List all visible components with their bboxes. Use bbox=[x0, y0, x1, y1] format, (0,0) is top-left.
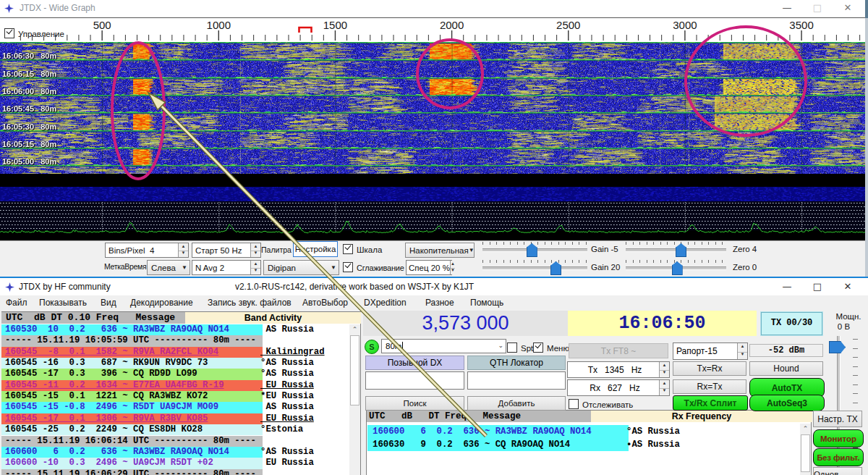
decode-row[interactable]: 160530 10 0.2 636 ~ RA3WBZ RA9OAQ NO14 A… bbox=[1, 324, 349, 335]
palette-settings-button[interactable]: Настройка bbox=[293, 241, 338, 257]
utc-clock: 16:06:50 bbox=[568, 311, 757, 336]
monitor-button[interactable]: Монитор bbox=[813, 429, 864, 447]
rx-freq-spinbox[interactable]: Rx 627 Hz ▲▼ bbox=[567, 379, 670, 396]
decode-row[interactable]: 160545 -17 0.3 396 ~ CQ RD9D LO99°AS Rus… bbox=[1, 369, 349, 379]
s-meter-button[interactable]: S bbox=[365, 340, 379, 354]
menu-8[interactable]: Разное bbox=[425, 298, 454, 308]
waterfall-timestamp: 16:05:15 80m bbox=[2, 140, 56, 148]
accumulate-dropdown[interactable]: Накопительная ▼ bbox=[405, 243, 475, 258]
main-titlebar: JTDX by HF community v2.1.0-RUS-rc142, d… bbox=[0, 278, 868, 295]
menu-5[interactable]: Запись звук. файлов bbox=[208, 298, 292, 308]
svg-text:3500: 3500 bbox=[789, 19, 813, 31]
wide-graph-controls: Bins/Pixel 4 ▲▼ Старт 50 Hz ▲▼ Палитра Н… bbox=[0, 240, 868, 276]
bins-pixel-text: Bins/Pixel 4 bbox=[106, 246, 178, 255]
band-selector[interactable]: 80m ⌄ bbox=[381, 339, 506, 353]
dx-grid-input[interactable] bbox=[467, 371, 566, 390]
decode-message: 160530 10 0.2 636 ~ RA3WBZ RA9OAQ NO14 bbox=[1, 324, 263, 335]
spin-arrows-icon[interactable]: ▲▼ bbox=[250, 243, 260, 257]
decode-row[interactable]: 160545 -25 0.2 2249 ~ CQ ES8DH KO28°Esto… bbox=[1, 424, 349, 435]
spin-arrows-icon[interactable]: ▲▼ bbox=[659, 380, 669, 395]
mw-minimize-button[interactable]: — bbox=[780, 280, 793, 293]
spin-arrows-icon[interactable]: ▲▼ bbox=[659, 362, 669, 377]
track-checkbox[interactable]: Отслеживать bbox=[569, 398, 633, 411]
decode-country: EU Russia bbox=[260, 380, 314, 391]
tx-freq-spinbox[interactable]: Tx 1345 Hz ▲▼ bbox=[567, 361, 670, 378]
period-separator-row[interactable]: ----- 15.11.19 16:06:14 UTC ---------- 8… bbox=[1, 436, 349, 447]
scroll-up-icon[interactable]: ⌃ bbox=[349, 324, 360, 335]
navg-spinbox[interactable]: N Avg 2 ▲▼ bbox=[192, 260, 261, 275]
wg-minimize-button[interactable]: — bbox=[780, 1, 793, 14]
report-spinbox[interactable]: Рапорт-15 ▲▼ bbox=[673, 342, 748, 360]
mw-maximize-button[interactable]: □ bbox=[811, 280, 824, 293]
bins-pixel-spinbox[interactable]: Bins/Pixel 4 ▲▼ bbox=[105, 243, 189, 258]
slider-track[interactable] bbox=[482, 266, 587, 270]
spec-spinbox[interactable]: Спец 20 % ▲▼ bbox=[406, 260, 452, 275]
decode-country: °AS Russia bbox=[260, 369, 314, 379]
menu-9[interactable]: Помощь bbox=[470, 298, 503, 308]
dx-call-input[interactable] bbox=[365, 371, 464, 390]
menu-3[interactable]: Вид bbox=[101, 298, 116, 308]
decode-row[interactable]: 160545 -16 0.3 687 ~ RK9UN RV9DC 73°AS R… bbox=[1, 358, 349, 369]
period-separator-row[interactable]: ----- 15.11.19 16:06:29 UTC ---------- 8… bbox=[1, 469, 349, 475]
palette-name-dropdown[interactable]: Digipan ▼ bbox=[263, 260, 339, 275]
decode-row[interactable]: 160545 -15 -0.8 2496 ~ R5DT UA9CJM MO09 … bbox=[1, 402, 349, 413]
band-activity-scrollbar[interactable]: ⌃ bbox=[349, 324, 360, 475]
scale-checkbox[interactable]: Шкала bbox=[343, 244, 382, 254]
decode-message: 160545 -15 -0.8 2496 ~ R5DT UA9CJM MO09 bbox=[1, 402, 263, 413]
dx-call-button[interactable]: Позывной DX bbox=[365, 356, 464, 370]
spin-arrows-icon[interactable]: ▲▼ bbox=[178, 243, 188, 257]
split-button[interactable]: Tx/Rx Сплит bbox=[673, 395, 748, 411]
menu-4[interactable]: Декодирование bbox=[130, 298, 193, 308]
menu-2[interactable]: Показывать bbox=[39, 298, 87, 308]
menu-1[interactable]: Файл bbox=[6, 298, 27, 308]
tx-ft8-button[interactable]: Tx FT8 ~ bbox=[569, 343, 668, 358]
spec-text: Спец 20 % bbox=[407, 264, 450, 272]
menu-checkbox[interactable]: Меню bbox=[533, 341, 569, 354]
decode-row[interactable]: 160545 -8 0.1 1582 ~ R9VA RA2FCL KO04 Ka… bbox=[1, 347, 349, 358]
start-freq-spinbox[interactable]: Старт 50 Hz ▲▼ bbox=[192, 243, 261, 258]
spin-arrows-icon[interactable]: ▲▼ bbox=[450, 261, 455, 274]
waterfall-timestamp: 16:06:15 80m bbox=[2, 70, 56, 78]
spin-arrows-icon[interactable]: ▲▼ bbox=[737, 343, 747, 359]
add-button[interactable]: Добавить bbox=[467, 396, 566, 411]
wg-close-button[interactable]: ✕ bbox=[841, 1, 854, 14]
rx-frequency-scrollbar[interactable]: ⌃ bbox=[800, 424, 811, 475]
search-button[interactable]: Поиск bbox=[365, 396, 464, 411]
decode-row[interactable]: 160600 6 0.2 636 ~ RA3WBZ RA9OAQ NO14°AS… bbox=[1, 447, 349, 458]
nofilter-button[interactable]: Без фильт. bbox=[813, 448, 864, 466]
rx-eq-tx-button[interactable]: Rx=Tx bbox=[673, 379, 746, 394]
tx-eq-rx-button[interactable]: Tx=Rx bbox=[673, 361, 746, 376]
menu-7[interactable]: DXpedition bbox=[364, 298, 407, 308]
scale-checkbox-label: Шкала bbox=[357, 245, 382, 254]
tx-freq-text: Tx 1345 Hz bbox=[568, 365, 659, 375]
menu-6[interactable]: АвтоВыбор bbox=[302, 298, 348, 308]
spt-checkbox[interactable]: Spt bbox=[507, 341, 533, 354]
autoseq-button[interactable]: AutoSeq3 bbox=[749, 395, 825, 411]
wg-maximize-button[interactable]: □ bbox=[811, 1, 824, 14]
decode-message: 160545 -8 0.1 1582 ~ R9VA RA2FCL KO04 bbox=[1, 347, 263, 358]
waterfall-spectrum-display[interactable] bbox=[0, 42, 868, 240]
rx-freq-text: Rx 627 Hz bbox=[568, 383, 659, 393]
power-slider-handle[interactable] bbox=[829, 341, 846, 353]
tx-timer-button[interactable]: TX 00/30 bbox=[761, 312, 822, 335]
mw-close-button[interactable]: ✕ bbox=[841, 280, 854, 293]
period-separator-row[interactable]: ----- 15.11.19 16:05:59 UTC ---------- 8… bbox=[1, 335, 349, 346]
power-value: 0 В bbox=[832, 322, 856, 331]
decode-row[interactable]: 160545 -15 0.1 1221 ~ CQ RA3WBZ KO72*EU … bbox=[1, 391, 349, 402]
smooth-checkbox[interactable]: Сглаживание bbox=[343, 262, 404, 272]
decode-row[interactable]: 160545 -17 0.1 1306 ~ R9VA R3BV KO85 EU … bbox=[1, 413, 349, 424]
scrollbar-thumb[interactable] bbox=[350, 335, 359, 405]
decode-row[interactable]: 160600 -10 0.3 2496 ~ UA9CJM R5DT +02 EU… bbox=[1, 458, 349, 468]
single-qso-button[interactable]: Однов. QSO bbox=[813, 467, 862, 475]
decode-row[interactable]: 160600 6 0.2 636 ~ RA3WBZ RA9OAQ NO14°AS… bbox=[367, 425, 800, 438]
dx-grid-button[interactable]: QTH Локатор bbox=[467, 356, 566, 370]
slider-ticks bbox=[626, 242, 726, 245]
spin-arrows-icon[interactable]: ▲▼ bbox=[250, 261, 260, 274]
scroll-up-icon[interactable]: ⌃ bbox=[800, 424, 811, 434]
timemark-dropdown[interactable]: Слева ▼ bbox=[147, 260, 190, 275]
decode-row[interactable]: 160630 9 0.2 636 ~ CQ RA9OAQ NO14•AS Rus… bbox=[367, 438, 800, 451]
hound-button[interactable]: Hound bbox=[749, 361, 823, 376]
tune-tx-button[interactable]: Настр. ТХ bbox=[813, 411, 862, 427]
decode-row[interactable]: 160545 -11 0.2 1634 ~ E77EA UA4FBG R-19 … bbox=[1, 380, 349, 391]
scrollbar-thumb[interactable] bbox=[801, 434, 810, 472]
